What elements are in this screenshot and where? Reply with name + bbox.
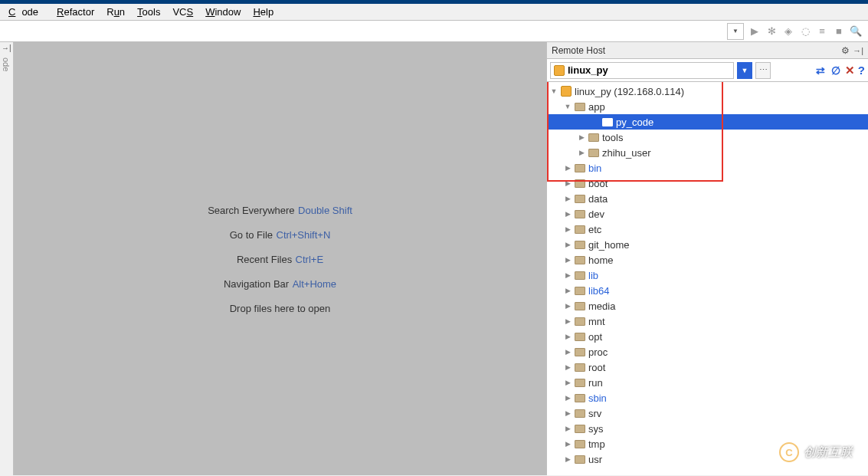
folder-icon <box>575 317 585 326</box>
menu-window[interactable]: Window <box>199 5 247 19</box>
tree-folder-sys[interactable]: ▶sys <box>547 421 868 436</box>
expand-arrow-icon[interactable]: ▶ <box>564 287 572 294</box>
tree-folder-data[interactable]: ▶data <box>547 191 868 206</box>
host-icon <box>561 86 572 97</box>
menu-code[interactable]: Code <box>2 5 51 19</box>
menu-help[interactable]: Help <box>247 5 280 19</box>
tree-folder-proc[interactable]: ▶proc <box>547 344 868 359</box>
tree-label: proc <box>588 346 608 358</box>
tree-folder-opt[interactable]: ▶opt <box>547 329 868 344</box>
tree-label: mnt <box>588 316 605 327</box>
expand-arrow-icon[interactable]: ▶ <box>578 133 585 141</box>
expand-arrow-icon[interactable]: ▶ <box>564 164 572 172</box>
expand-arrow-icon[interactable]: ▶ <box>564 241 572 248</box>
tree-folder-etc[interactable]: ▶etc <box>547 222 868 237</box>
run-icon[interactable]: ▶ <box>748 25 761 38</box>
more-button[interactable]: ⋯ <box>755 62 771 79</box>
sync-icon[interactable]: ∅ <box>830 64 842 77</box>
expand-arrow-icon[interactable]: ▶ <box>564 455 572 463</box>
folder-icon <box>575 256 585 264</box>
gear-icon[interactable]: ⚙ <box>841 45 850 56</box>
expand-arrow-icon[interactable]: ▶ <box>564 317 572 325</box>
remote-tree[interactable]: ▼ linux_py (192.168.0.114) ▼ app py_code… <box>547 82 868 475</box>
folder-icon <box>575 440 585 448</box>
expand-arrow-icon[interactable]: ▶ <box>564 394 572 402</box>
host-icon <box>554 65 565 76</box>
folder-icon <box>575 394 585 402</box>
expand-arrow-icon[interactable]: ▶ <box>564 256 572 264</box>
tree-folder-py-code[interactable]: py_code <box>547 114 868 130</box>
tree-label: boot <box>588 178 608 189</box>
expand-arrow-icon[interactable]: ▶ <box>564 379 572 386</box>
tree-label: tmp <box>588 438 605 450</box>
expand-arrow-icon[interactable]: ▶ <box>564 210 572 218</box>
expand-arrow-icon[interactable]: ▶ <box>564 409 572 417</box>
expand-arrow-icon[interactable]: ▶ <box>564 348 572 356</box>
tree-label: lib64 <box>588 285 609 297</box>
tree-label: lib <box>588 270 598 281</box>
hint-nav-bar: Navigation Bar Alt+Home <box>224 277 336 291</box>
expand-arrow-icon[interactable]: ▼ <box>550 87 558 95</box>
stop-icon[interactable]: ■ <box>833 25 845 38</box>
tree-label: home <box>588 254 614 266</box>
tree-folder-sbin[interactable]: ▶sbin <box>547 390 868 405</box>
tree-folder-run[interactable]: ▶run <box>547 375 868 390</box>
tree-folder-root[interactable]: ▶root <box>547 359 868 375</box>
tree-folder-media[interactable]: ▶media <box>547 298 868 314</box>
host-selector[interactable]: linux_py <box>550 62 734 79</box>
tree-folder-tools[interactable]: ▶ tools <box>547 130 868 145</box>
tree-folder-zhihu-user[interactable]: ▶ zhihu_user <box>547 145 868 160</box>
host-dropdown-button[interactable]: ▼ <box>737 62 752 79</box>
expand-arrow-icon[interactable]: ▶ <box>564 333 572 340</box>
menu-refactor[interactable]: Refactor <box>51 5 100 19</box>
expand-arrow-icon[interactable]: ▶ <box>564 425 572 432</box>
menu-run[interactable]: Run <box>100 5 131 19</box>
tree-folder-bin[interactable]: ▶bin <box>547 160 868 176</box>
tree-folder-mnt[interactable]: ▶mnt <box>547 314 868 329</box>
tree-label: media <box>588 300 615 312</box>
tree-label: zhihu_user <box>602 147 651 159</box>
hide-arrow-icon[interactable]: →| <box>2 44 11 52</box>
remote-host-title: Remote Host <box>552 45 605 56</box>
folder-icon <box>575 333 585 341</box>
debug-icon[interactable]: ✻ <box>765 25 778 38</box>
tree-root[interactable]: ▼ linux_py (192.168.0.114) <box>547 84 868 99</box>
folder-icon <box>575 425 585 433</box>
tree-folder-lib64[interactable]: ▶lib64 <box>547 283 868 298</box>
hide-panel-icon[interactable]: →| <box>853 46 863 55</box>
help-icon[interactable]: ? <box>858 64 865 77</box>
expand-arrow-icon[interactable]: ▶ <box>564 271 572 279</box>
expand-arrow-icon[interactable]: ▶ <box>564 302 572 310</box>
tree-folder-home[interactable]: ▶home <box>547 252 868 268</box>
menu-tools[interactable]: Tools <box>131 5 166 19</box>
tree-folder-srv[interactable]: ▶srv <box>547 405 868 421</box>
run-config-dropdown[interactable]: ▼ <box>727 23 744 40</box>
expand-arrow-icon[interactable]: ▶ <box>564 195 572 202</box>
watermark: C 创新互联 <box>779 442 853 462</box>
close-icon[interactable]: ✕ <box>845 64 855 77</box>
tree-folder-lib[interactable]: ▶lib <box>547 268 868 283</box>
left-gutter[interactable]: →| ode <box>0 42 14 475</box>
menubar: Code Refactor Run Tools VCS Window Help <box>0 4 868 21</box>
search-icon[interactable]: 🔍 <box>850 25 862 38</box>
expand-arrow-icon[interactable]: ▶ <box>564 225 572 233</box>
expand-arrow-icon[interactable]: ▶ <box>564 179 572 187</box>
diff-icon[interactable]: ⇄ <box>814 64 827 77</box>
tree-folder-dev[interactable]: ▶dev <box>547 206 868 222</box>
attach-icon[interactable]: ≡ <box>816 25 828 38</box>
folder-icon <box>575 179 585 188</box>
profile-icon[interactable]: ◌ <box>799 25 811 38</box>
folder-icon <box>575 455 585 464</box>
tree-folder-git_home[interactable]: ▶git_home <box>547 237 868 252</box>
tree-label: tools <box>602 132 623 143</box>
expand-arrow-icon[interactable]: ▶ <box>564 363 572 371</box>
expand-arrow-icon[interactable]: ▼ <box>564 103 572 110</box>
menu-vcs[interactable]: VCS <box>166 5 199 19</box>
expand-arrow-icon[interactable]: ▶ <box>578 149 585 156</box>
tree-folder-boot[interactable]: ▶boot <box>547 176 868 191</box>
tree-folder-app[interactable]: ▼ app <box>547 99 868 114</box>
expand-arrow-icon[interactable]: ▶ <box>564 440 572 448</box>
folder-icon <box>575 103 585 111</box>
coverage-icon[interactable]: ◈ <box>782 25 794 38</box>
tree-label: linux_py (192.168.0.114) <box>575 86 684 97</box>
